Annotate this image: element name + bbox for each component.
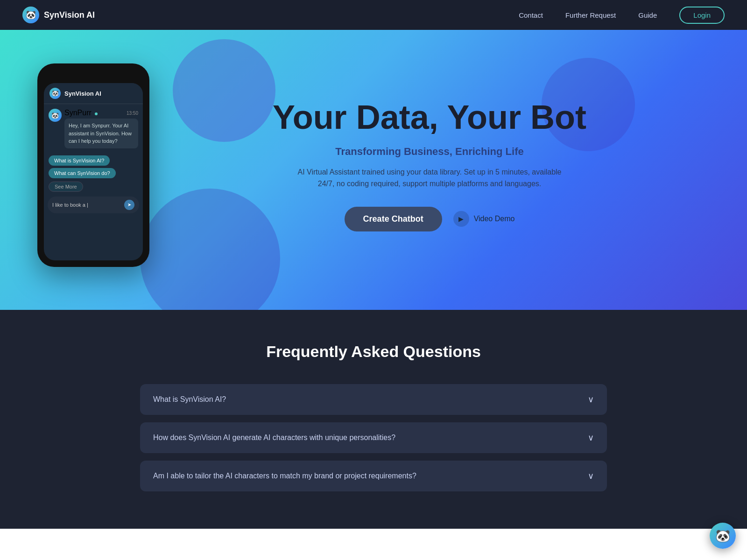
faq-item-2[interactable]: How does SynVision AI generate AI charac… [140, 422, 607, 453]
brand-name: SynVision AI [44, 10, 95, 20]
chat-avatar: 🐼 [49, 109, 62, 122]
phone-mockup: 🐼 SynVision AI 🐼 SynPurr [37, 63, 149, 267]
chat-bubble-container: SynPurr 13:50 Hey, I am Synpurr. Your AI… [64, 109, 138, 148]
chat-bubble: Hey, I am Synpurr. Your AI assistant in … [64, 119, 138, 148]
see-more-button[interactable]: See More [49, 182, 83, 192]
login-button[interactable]: Login [679, 7, 725, 24]
quick-buttons-group: What is SynVision AI? What can SynVision… [44, 153, 143, 181]
create-chatbot-button[interactable]: Create Chatbot [345, 207, 442, 231]
faq-question-1: What is SynVision AI? [153, 395, 226, 404]
phone-input-text[interactable]: I like to book a | [52, 202, 124, 208]
faq-chevron-2: ∨ [588, 433, 594, 443]
chat-sender-name: SynPurr [64, 109, 98, 117]
phone-notch [75, 70, 112, 79]
faq-item-1[interactable]: What is SynVision AI? ∨ [140, 384, 607, 415]
phone-screen: 🐼 SynVision AI 🐼 SynPurr [44, 83, 143, 260]
faq-question-2: How does SynVision AI generate AI charac… [153, 434, 395, 442]
brand-logo-group: 🐼 SynVision AI [22, 7, 95, 23]
quick-btn-1[interactable]: What is SynVision AI? [49, 155, 110, 166]
navbar-links: Contact Further Request Guide Login [519, 7, 725, 24]
chat-message-row: 🐼 SynPurr 13:50 Hey, I am [49, 109, 138, 148]
faq-section: Frequently Asked Questions What is SynVi… [0, 310, 747, 529]
hero-description: AI Virtual Assistant trained using your … [294, 166, 565, 190]
online-dot [95, 112, 98, 115]
phone-header: 🐼 SynVision AI [44, 83, 143, 104]
hero-text-block: Your Data, Your Bot Transforming Busines… [149, 99, 710, 231]
hero-section: 🐼 SynVision AI 🐼 SynPurr [0, 30, 747, 310]
nav-contact[interactable]: Contact [519, 11, 543, 19]
chat-sender-row: SynPurr 13:50 [64, 109, 138, 117]
play-icon: ▶ [453, 211, 469, 227]
navbar: 🐼 SynVision AI Contact Further Request G… [0, 0, 747, 30]
brand-logo-icon: 🐼 [22, 7, 39, 23]
chat-area: 🐼 SynPurr 13:50 Hey, I am [44, 104, 143, 153]
faq-question-3: Am I able to tailor the AI characters to… [153, 472, 416, 480]
faq-list: What is SynVision AI? ∨ How does SynVisi… [140, 384, 607, 491]
faq-item-3[interactable]: Am I able to tailor the AI characters to… [140, 461, 607, 491]
faq-chevron-3: ∨ [588, 471, 594, 481]
nav-guide[interactable]: Guide [638, 11, 657, 19]
phone-app-logo: 🐼 [49, 88, 61, 99]
hero-subtitle: Transforming Business, Enriching Life [177, 146, 682, 158]
hero-buttons: Create Chatbot ▶ Video Demo [177, 207, 682, 231]
nav-further-request[interactable]: Further Request [565, 11, 616, 19]
phone-input-bar: I like to book a | ➤ [48, 196, 139, 213]
quick-btn-2[interactable]: What can SynVision do? [49, 168, 116, 178]
phone-frame: 🐼 SynVision AI 🐼 SynPurr [37, 63, 149, 267]
video-demo-button[interactable]: ▶ Video Demo [453, 211, 515, 227]
faq-chevron-1: ∨ [588, 394, 594, 405]
chat-time: 13:50 [127, 111, 138, 116]
hero-title: Your Data, Your Bot [177, 99, 682, 136]
faq-title: Frequently Asked Questions [140, 343, 607, 361]
phone-send-button[interactable]: ➤ [124, 200, 134, 210]
phone-app-title: SynVision AI [64, 90, 101, 97]
